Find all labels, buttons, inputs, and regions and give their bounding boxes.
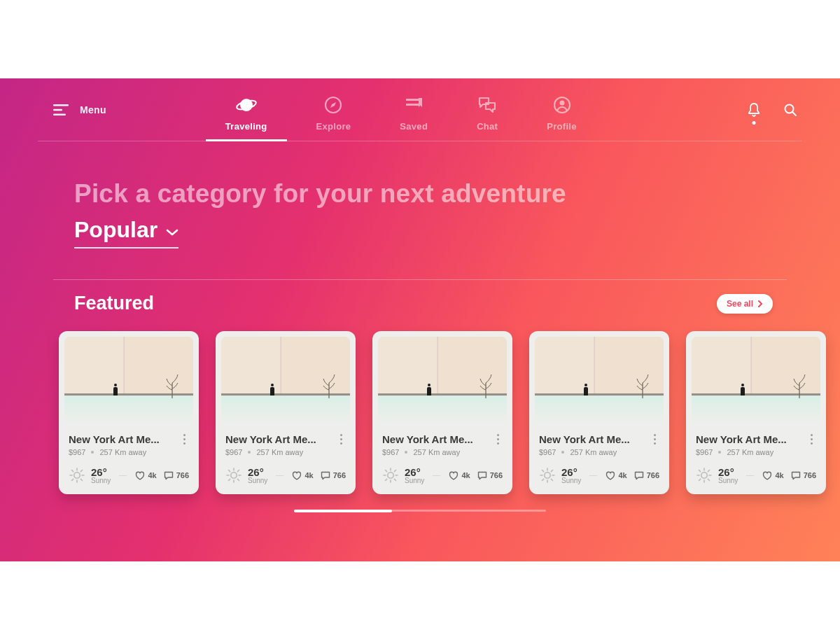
card-weather: 26° Sunny: [69, 466, 111, 484]
chevron-down-icon: [166, 228, 178, 237]
svg-point-21: [231, 472, 237, 478]
comment-icon: [634, 471, 644, 480]
card-body: New York Art Me... $967 257 Km away: [64, 426, 193, 489]
card-more-button[interactable]: [493, 434, 503, 444]
card-price: $967: [539, 448, 556, 456]
tab-saved[interactable]: Saved: [400, 94, 428, 141]
carousel-scrollbar-thumb[interactable]: [294, 510, 392, 512]
category-dropdown[interactable]: Popular: [74, 217, 178, 248]
svg-line-54: [708, 479, 709, 480]
card-title: New York Art Me...: [539, 433, 630, 445]
card-comments[interactable]: 766: [791, 471, 816, 480]
destination-card[interactable]: New York Art Me... $967 257 Km away: [529, 331, 669, 494]
featured-cards: New York Art Me... $967 257 Km away: [0, 314, 840, 494]
card-image: [535, 337, 664, 426]
search-button[interactable]: [783, 102, 798, 118]
stats-divider: [433, 475, 440, 476]
tab-chat[interactable]: Chat: [477, 94, 498, 141]
svg-line-18: [80, 479, 82, 480]
planet-icon: [236, 94, 257, 115]
destination-card[interactable]: New York Art Me... $967 257 Km away: [686, 331, 826, 494]
card-likes[interactable]: 4k: [292, 471, 313, 480]
menu-icon: [53, 104, 69, 115]
svg-line-45: [551, 479, 552, 480]
comment-icon: [321, 471, 330, 480]
compass-icon: [323, 94, 344, 115]
card-likes[interactable]: 4k: [762, 471, 783, 480]
card-distance: 257 Km away: [99, 448, 146, 456]
search-icon: [783, 103, 797, 117]
svg-point-39: [545, 472, 550, 478]
card-likes[interactable]: 4k: [449, 471, 470, 480]
card-price: $967: [696, 448, 713, 456]
svg-line-27: [237, 479, 239, 480]
destination-card[interactable]: New York Art Me... $967 257 Km away: [372, 331, 512, 494]
card-likes[interactable]: 4k: [606, 471, 626, 480]
svg-line-11: [792, 112, 796, 115]
comment-icon: [477, 471, 487, 480]
menu-button[interactable]: Menu: [53, 104, 106, 115]
card-comments[interactable]: 766: [477, 471, 503, 480]
heart-icon: [762, 471, 772, 480]
svg-point-30: [388, 472, 393, 478]
card-meta: $967 257 Km away: [696, 448, 816, 456]
card-distance: 257 Km away: [413, 448, 460, 456]
svg-line-55: [699, 479, 701, 480]
svg-line-47: [551, 470, 552, 472]
svg-line-20: [80, 470, 82, 472]
dot-separator: [91, 451, 94, 454]
card-meta: $967 257 Km away: [539, 448, 659, 456]
card-comments-count: 766: [490, 471, 503, 479]
svg-line-19: [72, 479, 74, 480]
dot-separator: [718, 451, 721, 454]
card-image: [221, 337, 350, 426]
tab-explore[interactable]: Explore: [316, 94, 351, 141]
svg-rect-7: [406, 104, 419, 106]
comment-icon: [164, 471, 174, 480]
card-more-button[interactable]: [336, 434, 346, 444]
card-more-button[interactable]: [650, 434, 659, 444]
destination-card[interactable]: New York Art Me... $967 257 Km away: [59, 331, 199, 494]
chevron-right-icon: [757, 300, 763, 307]
heart-icon: [449, 471, 458, 480]
card-comments[interactable]: 766: [164, 471, 189, 480]
card-image: [378, 337, 507, 426]
card-comments-count: 766: [333, 471, 346, 479]
card-more-button[interactable]: [179, 434, 189, 444]
top-nav: Menu Traveling Explo: [0, 78, 840, 141]
card-title: New York Art Me...: [696, 433, 787, 445]
stats-divider: [589, 475, 597, 476]
card-distance: 257 Km away: [256, 448, 303, 456]
tab-traveling[interactable]: Traveling: [225, 94, 267, 141]
sun-icon: [539, 467, 556, 484]
svg-line-44: [542, 470, 544, 472]
card-body: New York Art Me... $967 257 Km away: [535, 426, 664, 489]
dot-separator: [248, 451, 251, 454]
carousel-scrollbar[interactable]: [294, 510, 546, 512]
destination-card[interactable]: New York Art Me... $967 257 Km away: [216, 331, 356, 494]
bell-icon: [747, 102, 761, 118]
card-comments-count: 766: [647, 471, 659, 479]
app-root: Menu Traveling Explo: [0, 78, 840, 561]
svg-rect-6: [406, 99, 419, 101]
notifications-button[interactable]: [746, 102, 762, 118]
tab-label: Saved: [400, 121, 428, 132]
svg-rect-2: [53, 114, 66, 115]
comment-icon: [791, 471, 801, 480]
header-divider: [38, 141, 802, 141]
svg-line-46: [542, 479, 544, 480]
card-price: $967: [382, 448, 399, 456]
card-comments-count: 766: [804, 471, 816, 479]
card-weather: 26° Sunny: [696, 466, 738, 484]
card-weather: 26° Sunny: [382, 466, 424, 484]
svg-line-17: [72, 470, 74, 472]
card-comments[interactable]: 766: [634, 471, 659, 480]
svg-line-29: [237, 470, 239, 472]
card-meta: $967 257 Km away: [382, 448, 503, 456]
tab-label: Traveling: [225, 121, 267, 132]
see-all-button[interactable]: See all: [717, 294, 773, 314]
tab-profile[interactable]: Profile: [547, 94, 577, 141]
card-likes[interactable]: 4k: [135, 471, 156, 480]
card-more-button[interactable]: [806, 434, 816, 444]
card-comments[interactable]: 766: [321, 471, 346, 480]
